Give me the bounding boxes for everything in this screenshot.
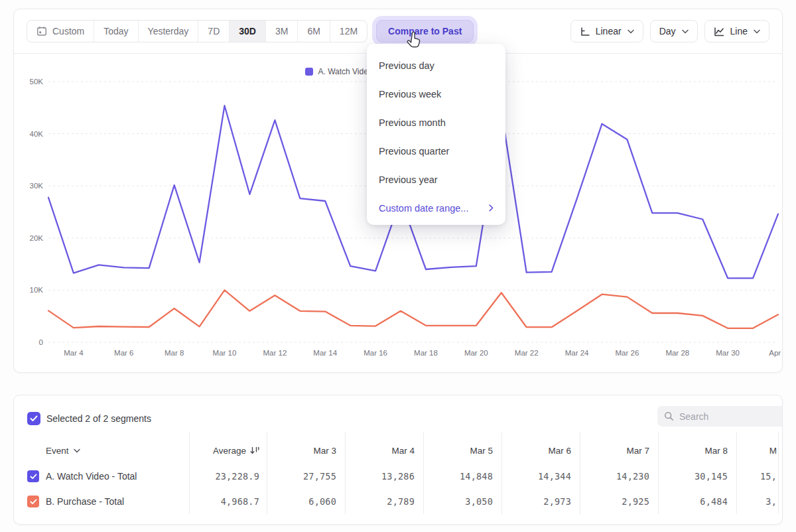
- cell-value: 13,286: [345, 464, 423, 489]
- select-all-checkbox[interactable]: [27, 412, 40, 425]
- menu-item-previous-quarter[interactable]: Previous quarter: [367, 137, 505, 165]
- menu-item-previous-year[interactable]: Previous year: [367, 165, 505, 194]
- svg-text:Mar 18: Mar 18: [414, 349, 438, 357]
- row-checkbox[interactable]: [27, 496, 39, 507]
- menu-item-previous-day[interactable]: Previous day: [367, 51, 505, 80]
- row-checkbox[interactable]: [27, 470, 39, 482]
- svg-text:Mar 30: Mar 30: [716, 349, 740, 357]
- date-column-header: Mar 5: [423, 437, 501, 464]
- svg-text:Mar 28: Mar 28: [665, 349, 689, 357]
- svg-text:Mar 26: Mar 26: [616, 349, 639, 357]
- svg-text:Mar 22: Mar 22: [515, 349, 539, 357]
- svg-text:Mar 4: Mar 4: [64, 349, 84, 357]
- cell-value: 2,925: [580, 489, 658, 514]
- cell-value: 30,145: [658, 464, 736, 489]
- svg-text:40K: 40K: [30, 130, 44, 138]
- svg-text:0: 0: [39, 338, 43, 346]
- menu-item-previous-week[interactable]: Previous week: [367, 80, 505, 108]
- cell-value: 6,484: [658, 489, 736, 514]
- date-column-header: Mar 4: [345, 437, 423, 464]
- date-column-header-clipped: M: [736, 437, 777, 464]
- date-column-header: Mar 6: [501, 437, 580, 464]
- svg-text:10K: 10K: [30, 286, 44, 294]
- insights-report-page: Custom Today Yesterday 7D 30D 3M 6M 12M …: [0, 0, 796, 532]
- series-a-swatch: [305, 68, 313, 76]
- svg-text:20K: 20K: [30, 234, 44, 242]
- compare-to-past-button[interactable]: Compare to Past: [376, 20, 474, 42]
- search-icon: [664, 411, 674, 421]
- segments-summary-row: Selected 2 of 2 segments: [27, 412, 151, 425]
- average-column-header[interactable]: Average: [189, 437, 267, 464]
- date-column-header: Mar 7: [580, 437, 658, 464]
- menu-item-previous-month[interactable]: Previous month: [367, 108, 505, 137]
- chevron-down-icon: [74, 448, 80, 453]
- cell-value: 14,848: [423, 464, 501, 489]
- compare-to-past-menu: Previous day Previous week Previous mont…: [367, 44, 505, 225]
- svg-text:Mar 20: Mar 20: [464, 349, 488, 357]
- cell-value: 14,344: [501, 464, 580, 489]
- date-column-header: Mar 3: [267, 437, 345, 464]
- date-column-header: Mar 8: [658, 437, 736, 464]
- segments-table: Event Average Mar 3 Mar 4 Mar 5 Mar 6 Ma…: [14, 437, 783, 514]
- svg-text:50K: 50K: [30, 78, 44, 86]
- svg-text:Apr 1: Apr 1: [769, 349, 782, 357]
- svg-text:30K: 30K: [30, 182, 44, 190]
- svg-text:Mar 6: Mar 6: [114, 349, 133, 357]
- average-value: 4,968.7: [189, 489, 267, 514]
- segments-summary-label: Selected 2 of 2 segments: [46, 413, 151, 424]
- cell-value: 6,060: [267, 489, 345, 514]
- svg-text:Mar 14: Mar 14: [313, 349, 337, 357]
- svg-text:Mar 16: Mar 16: [364, 349, 387, 357]
- cell-value: 2,973: [501, 489, 580, 514]
- cell-value: 14,230: [580, 464, 658, 489]
- cell-value: 2,789: [345, 489, 423, 514]
- svg-text:Mar 12: Mar 12: [263, 349, 287, 357]
- cell-value: 3,050: [423, 489, 501, 514]
- svg-text:Mar 24: Mar 24: [565, 349, 589, 357]
- menu-item-custom-date-range[interactable]: Custom date range...: [367, 194, 505, 222]
- svg-text:Mar 10: Mar 10: [213, 349, 237, 357]
- chevron-right-icon: [489, 204, 494, 212]
- event-column-header[interactable]: Event: [14, 437, 189, 464]
- cell-value: 27,755: [267, 464, 345, 489]
- segment-row-watch-video[interactable]: A. Watch Video - Total: [14, 464, 189, 489]
- search-input[interactable]: [679, 411, 772, 422]
- segments-panel: Selected 2 of 2 segments Event: [13, 395, 783, 525]
- average-value: 23,228.9: [189, 464, 267, 489]
- cell-value-clipped: 3,: [736, 489, 777, 514]
- segment-row-purchase[interactable]: B. Purchase - Total: [14, 489, 189, 514]
- cell-value-clipped: 15,: [736, 464, 777, 489]
- svg-text:Mar 8: Mar 8: [165, 349, 184, 357]
- sort-descending-icon: [250, 446, 260, 454]
- segments-search[interactable]: [657, 406, 783, 427]
